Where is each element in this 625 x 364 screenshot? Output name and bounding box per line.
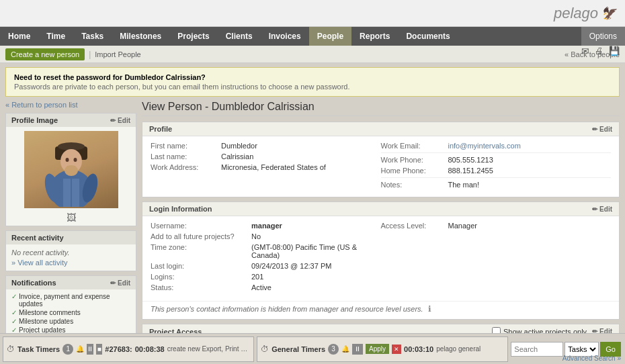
work-phone-label: Work Phone: <box>381 156 448 164</box>
notifications-title: Notifications <box>11 279 56 287</box>
bell-icon: 🔔 <box>76 345 84 353</box>
recent-activity-title: Recent activity <box>11 234 64 242</box>
stop-button[interactable]: ■ <box>96 344 102 355</box>
username-label: Username: <box>151 222 251 230</box>
profile-image-title: Profile Image <box>11 116 58 124</box>
edit-profile-link[interactable]: Edit <box>118 117 130 124</box>
edit-profile-icon: ✏ <box>110 117 116 124</box>
work-address-label: Work Address: <box>151 163 221 171</box>
first-name-label: First name: <box>151 142 221 150</box>
left-panel: « Return to person list Profile Image ✏ … <box>5 101 136 336</box>
general-timers-label: General Timers <box>272 345 325 353</box>
task-timer-text: create new Export, Print & Email Notific… <box>167 345 250 353</box>
home-phone-label: Home Phone: <box>381 167 448 175</box>
notif-item-2: ✓Milestone comments <box>11 308 130 317</box>
person-figure <box>38 133 105 207</box>
logo-icon: 🦅 <box>601 6 616 21</box>
home-phone-value: 888.151.2455 <box>448 167 493 175</box>
general-bell-icon: 🔔 <box>341 345 349 353</box>
work-email-label: Work Email: <box>381 142 448 150</box>
hidden-notice: This person's contact information is hid… <box>151 305 423 313</box>
general-timers-panel: ⏱ General Timers 3 🔔 ⏸ Apply ✕ 00:03:10 … <box>257 336 508 362</box>
edit-notifications-link[interactable]: Edit <box>118 279 130 287</box>
right-panel: View Person - Dumbledor Calrissian Profi… <box>142 101 620 336</box>
notifications-list: ✓Invoice, payment and expense updates ✓M… <box>6 289 136 336</box>
advanced-search-link[interactable]: Advanced Search » <box>562 355 621 362</box>
page-title: View Person - Dumbledor Calrissian <box>142 101 620 116</box>
nav-item-time[interactable]: Time <box>38 27 73 46</box>
edit-profile-section-link[interactable]: Edit <box>599 126 612 133</box>
nav-item-documents[interactable]: Documents <box>398 27 458 46</box>
profile-section: Profile ✏ Edit First name: Dumbledor Las… <box>142 122 620 197</box>
save-icon[interactable]: 💾 <box>609 46 620 56</box>
nav-item-projects[interactable]: Projects <box>169 27 217 46</box>
view-all-activity-link[interactable]: » View all activity <box>11 259 130 267</box>
access-level-label: Access Level: <box>381 222 448 230</box>
add-projects-label: Add to all future projects? <box>151 232 251 240</box>
password-notice-body: Passwords are private to each person, bu… <box>14 83 611 91</box>
access-level-value: Manager <box>448 222 477 230</box>
first-name-value: Dumbledor <box>221 142 257 150</box>
nav-item-milestones[interactable]: Milestones <box>112 27 169 46</box>
email-icon[interactable]: ✉ <box>581 46 589 56</box>
nav-item-tasks[interactable]: Tasks <box>73 27 112 46</box>
notes-value: The man! <box>448 181 479 189</box>
notifications-section: Notifications ✏ Edit ✓Invoice, payment a… <box>5 275 136 336</box>
general-apply-button[interactable]: Apply <box>366 344 389 354</box>
options-button[interactable]: Options <box>581 27 625 46</box>
timezone-value: (GMT-08:00) Pacific Time (US & Canada) <box>251 243 381 259</box>
sub-bar: Create a new person | Import People « Ba… <box>0 46 625 63</box>
nav-item-clients[interactable]: Clients <box>218 27 261 46</box>
import-people-link[interactable]: Import People <box>95 50 140 58</box>
password-notice-title: Need to reset the password for Dumbledor… <box>14 73 206 81</box>
general-stop-button[interactable]: ✕ <box>392 345 401 354</box>
task-timer-id: #27683: <box>105 345 132 353</box>
return-to-list-link[interactable]: « Return to person list <box>5 101 136 109</box>
nav-bar: Home Time Tasks Milestones Projects Clie… <box>0 27 625 46</box>
notif-item-1: ✓Invoice, payment and expense updates <box>11 292 130 308</box>
login-info-title: Login Information <box>149 205 212 213</box>
last-name-value: Calrissian <box>221 152 253 161</box>
image-upload-icon[interactable]: 🖼 <box>67 212 76 223</box>
edit-login-icon: ✏ <box>592 206 597 213</box>
last-name-label: Last name: <box>151 152 221 161</box>
create-person-button[interactable]: Create a new person <box>5 48 85 60</box>
edit-login-link[interactable]: Edit <box>599 206 612 213</box>
logins-value: 201 <box>251 273 263 281</box>
timezone-label: Time zone: <box>151 243 251 259</box>
username-value: manager <box>251 222 282 230</box>
svg-point-7 <box>65 165 78 176</box>
svg-point-6 <box>73 158 77 162</box>
nav-item-invoices[interactable]: Invoices <box>261 27 309 46</box>
profile-image-section: Profile Image ✏ Edit <box>5 113 136 226</box>
task-timers-panel: ⏱ Task Timers 1 🔔 ⏸ ■ #27683: 00:08:38 c… <box>3 336 254 362</box>
status-value: Active <box>251 283 272 291</box>
info-icon: ℹ <box>428 304 431 314</box>
print-icon[interactable]: 🖨 <box>595 46 603 56</box>
work-address-value: Micronesia, Federated States of <box>221 163 326 171</box>
general-pause-button[interactable]: ⏸ <box>352 344 363 355</box>
no-recent-text: No recent activity. <box>11 248 130 257</box>
clock-icon: ⏱ <box>7 345 15 354</box>
profile-image <box>24 131 118 208</box>
last-login-value: 09/24/2013 @ 12:37 PM <box>251 262 331 270</box>
logins-label: Logins: <box>151 273 251 281</box>
last-login-label: Last login: <box>151 262 251 270</box>
nav-item-people[interactable]: People <box>309 27 351 46</box>
task-timer-time: 00:08:38 <box>135 345 165 353</box>
task-timers-label: Task Timers <box>17 345 60 353</box>
nav-item-home[interactable]: Home <box>0 27 38 46</box>
task-timers-badge: 1 <box>62 344 73 355</box>
pause-button[interactable]: ⏸ <box>87 344 93 355</box>
general-timer-text: pelago general <box>436 345 481 353</box>
status-label: Status: <box>151 283 251 291</box>
recent-activity-section: Recent activity No recent activity. » Vi… <box>5 230 136 271</box>
bottom-bar: ⏱ Task Timers 1 🔔 ⏸ ■ #27683: 00:08:38 c… <box>0 333 625 364</box>
nav-item-reports[interactable]: Reports <box>351 27 398 46</box>
work-email-value[interactable]: info@myintervals.com <box>448 142 521 150</box>
notes-label: Notes: <box>381 181 448 189</box>
search-input[interactable] <box>511 342 563 357</box>
general-timer-time: 00:03:10 <box>404 345 433 353</box>
password-notice: Need to reset the password for Dumbledor… <box>5 67 620 97</box>
svg-point-5 <box>65 158 69 162</box>
